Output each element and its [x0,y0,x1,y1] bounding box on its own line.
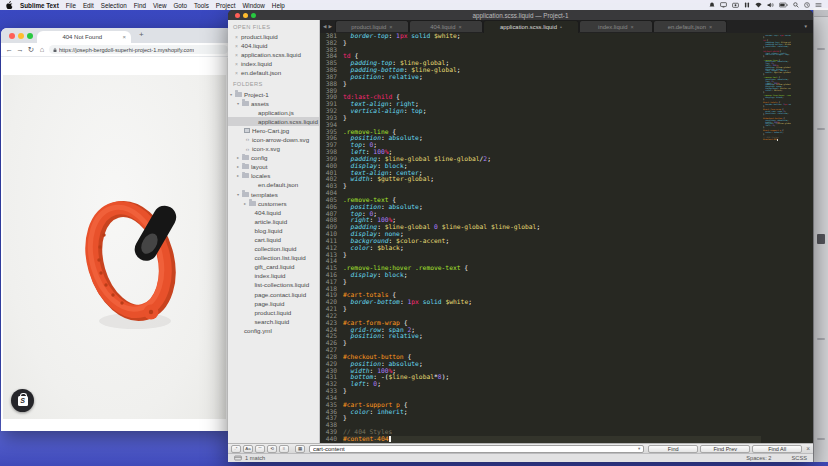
forward-icon[interactable]: → [16,46,24,54]
tree-item[interactable]: gift_card.liquid [228,262,319,271]
tab-scroll-left-icon[interactable]: ◀ [323,24,326,29]
menu-item-goto[interactable]: Goto [173,2,187,9]
tree-item[interactable]: blog.liquid [228,226,319,235]
open-file-item[interactable]: ×application.scss.liquid [228,50,319,59]
clock-icon[interactable] [804,2,810,8]
browser-zoom-button[interactable] [27,33,33,39]
tab-close-icon[interactable]: × [458,24,461,30]
close-file-icon[interactable]: × [234,70,239,76]
tree-item[interactable]: article.liquid [228,217,319,226]
menu-lines-icon[interactable] [815,2,822,8]
tree-item[interactable]: en.default.json [228,180,319,189]
browser-minimize-button[interactable] [18,33,24,39]
open-file-item[interactable]: ×product.liquid [228,32,319,41]
menu-item-file[interactable]: File [66,2,76,9]
browser-close-button[interactable] [9,33,15,39]
tree-item[interactable]: ▸locales [228,171,319,180]
tree-item[interactable]: collection.list.liquid [228,253,319,262]
close-file-icon[interactable]: × [234,34,239,40]
tree-item[interactable]: page.contact.liquid [228,290,319,299]
tree-item[interactable]: ▾templates [228,190,319,199]
find-prev-button[interactable]: Find Prev [700,445,750,453]
find-history-dropdown-icon[interactable]: ▾ [638,446,640,451]
tab-close-icon[interactable]: × [631,24,634,30]
modified-dot-icon[interactable]: • [560,24,562,30]
tab-close-icon[interactable]: × [709,24,712,30]
editor[interactable]: 3813823833843853863873883893903913923933… [320,33,813,443]
wifi-icon[interactable] [755,2,762,8]
menu-item-selection[interactable]: Selection [101,2,127,9]
sublime-close-button[interactable] [235,13,240,18]
panel-icon[interactable] [234,455,242,461]
back-icon[interactable]: ← [5,46,13,54]
volume-icon[interactable] [767,2,774,8]
battery-icon[interactable] [779,2,788,8]
editor-tab-application.scss.liquid[interactable]: application.scss.liquid• [483,20,579,33]
tree-item[interactable]: collection.liquid [228,244,319,253]
tab-close-icon[interactable]: × [389,24,392,30]
notification-icon[interactable] [709,2,715,8]
search-icon[interactable] [793,2,799,8]
tree-item[interactable]: config.yml [228,326,319,335]
tree-item[interactable]: ‹›icon-arrow-down.svg [228,135,319,144]
find-input[interactable] [310,446,643,452]
tree-item[interactable]: page.liquid [228,299,319,308]
address-bar[interactable]: https://joseph-bergdoll-superhi-project-… [49,45,228,54]
tab-scroll-right-icon[interactable]: ▶ [328,24,331,29]
tree-item[interactable]: ▾Project-1 [228,89,319,98]
menu-item-view[interactable]: View [153,2,167,9]
menu-item-find[interactable]: Find [134,2,146,9]
find-close-icon[interactable]: × [806,445,810,452]
home-icon[interactable]: ⌂ [38,46,46,54]
tab-close-icon[interactable]: × [122,34,126,40]
menu-item-window[interactable]: Window [242,2,264,9]
menu-item-help[interactable]: Help [272,2,285,9]
highlight-matches-toggle[interactable]: ▦ [295,445,305,453]
reload-icon[interactable]: ↻ [27,46,35,54]
tree-item[interactable]: Hero-Cart.jpg [228,126,319,135]
keystroke-icon[interactable] [744,2,750,8]
indent-setting[interactable]: Spaces: 2 [746,455,771,461]
editor-tab-en.default.json[interactable]: en.default.json× [653,20,727,32]
open-file-item[interactable]: ×404.liquid [228,41,319,50]
open-file-item[interactable]: ×en.default.json [228,68,319,77]
regex-toggle[interactable]: .* [231,445,241,453]
whole-word-toggle[interactable]: “” [255,445,265,453]
syntax-setting[interactable]: SCSS [792,455,808,461]
tree-item[interactable]: product.liquid [228,308,319,317]
new-tab-button[interactable]: + [139,30,144,39]
open-file-item[interactable]: ×index.liquid [228,59,319,68]
tree-item[interactable]: 404.liquid [228,208,319,217]
tree-item[interactable]: application.scss.liquid [228,117,319,126]
shopify-badge[interactable]: S [11,389,34,412]
tree-item[interactable]: ▸customers [228,199,319,208]
menu-item-project[interactable]: Project [216,2,236,9]
tree-item[interactable]: search.liquid [228,317,319,326]
tree-item[interactable]: list-collections.liquid [228,280,319,289]
editor-tab-product.liquid[interactable]: product.liquid× [335,20,409,32]
tree-item[interactable]: application.js [228,108,319,117]
minimap[interactable]: border-top: 1px solid $white;} td { padd… [763,35,791,141]
tree-item[interactable]: ▸config [228,153,319,162]
case-sensitive-toggle[interactable]: Aa [243,445,253,453]
sublime-minimize-button[interactable] [243,13,248,18]
tab-overflow-icon[interactable]: ▼ [804,24,808,29]
tree-item[interactable]: ▾assets [228,99,319,108]
close-file-icon[interactable]: × [234,43,239,49]
tree-item[interactable]: ▸layout [228,162,319,171]
in-selection-toggle[interactable]: ≡ [279,445,289,453]
tree-item[interactable]: index.liquid [228,271,319,280]
apple-menu[interactable] [6,1,13,9]
menu-item-edit[interactable]: Edit [83,2,94,9]
close-file-icon[interactable]: × [234,61,239,67]
find-button[interactable]: Find [648,445,698,453]
tree-item[interactable]: ‹›icon-x.svg [228,144,319,153]
wrap-toggle[interactable]: ⟲ [267,445,277,453]
display-icon[interactable] [720,2,727,8]
close-file-icon[interactable]: × [234,52,239,58]
background-scrollbar-thumb[interactable] [817,234,825,244]
find-all-button[interactable]: Find All [752,445,802,453]
tree-item[interactable]: cart.liquid [228,235,319,244]
sublime-zoom-button[interactable] [251,13,256,18]
browser-tab[interactable]: 404 Not Found × [37,31,131,43]
